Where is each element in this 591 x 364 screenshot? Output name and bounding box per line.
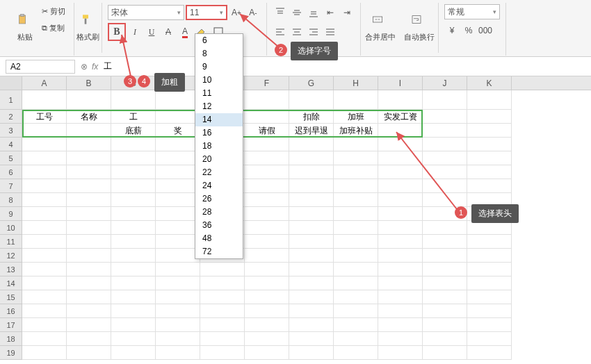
- cell[interactable]: 工: [111, 110, 156, 124]
- cell[interactable]: [245, 221, 289, 235]
- cell[interactable]: [334, 221, 378, 235]
- row-header[interactable]: 10: [0, 221, 22, 235]
- cell[interactable]: [334, 90, 378, 110]
- cell[interactable]: [423, 235, 467, 249]
- increase-font-button[interactable]: A+: [229, 5, 244, 20]
- align-bottom-button[interactable]: [306, 5, 321, 20]
- cell[interactable]: [334, 179, 378, 193]
- cell[interactable]: [378, 124, 423, 138]
- cell[interactable]: [200, 332, 245, 346]
- cell[interactable]: [67, 276, 111, 290]
- select-all-corner[interactable]: [0, 76, 22, 90]
- font-size-option[interactable]: 10: [195, 74, 243, 87]
- row-header[interactable]: 19: [0, 346, 22, 360]
- cell[interactable]: [67, 165, 111, 179]
- cell[interactable]: [245, 151, 289, 165]
- cell[interactable]: [423, 346, 467, 360]
- cell[interactable]: [289, 179, 334, 193]
- cell[interactable]: [378, 346, 423, 360]
- cell[interactable]: [245, 263, 289, 276]
- align-right-button[interactable]: [306, 24, 321, 40]
- cell[interactable]: [245, 346, 289, 360]
- cell[interactable]: [111, 346, 156, 360]
- cell[interactable]: 奖: [156, 124, 200, 138]
- font-size-option[interactable]: 18: [195, 140, 243, 153]
- cell[interactable]: [22, 165, 67, 179]
- font-size-dropdown[interactable]: 6891011121416182022242628364872: [195, 33, 243, 259]
- cell[interactable]: [22, 318, 67, 332]
- cell[interactable]: [67, 221, 111, 235]
- font-size-option[interactable]: 36: [195, 219, 243, 232]
- row-header[interactable]: 6: [0, 165, 22, 179]
- cell[interactable]: [67, 304, 111, 318]
- cell[interactable]: 迟到早退: [289, 124, 334, 138]
- row-header[interactable]: 14: [0, 276, 22, 290]
- cell[interactable]: [200, 263, 245, 276]
- increase-indent-button[interactable]: ⇥: [339, 5, 355, 20]
- cell[interactable]: 名称: [67, 110, 111, 124]
- cell[interactable]: [156, 332, 200, 346]
- cell[interactable]: [423, 290, 467, 304]
- col-header[interactable]: B: [67, 76, 111, 90]
- cell[interactable]: [289, 165, 334, 179]
- cell[interactable]: [67, 263, 111, 276]
- cell[interactable]: [111, 179, 156, 193]
- cell[interactable]: [334, 346, 378, 360]
- cell[interactable]: [378, 332, 423, 346]
- cell[interactable]: [111, 318, 156, 332]
- cell[interactable]: [111, 332, 156, 346]
- cell[interactable]: [467, 90, 512, 110]
- cell[interactable]: [334, 165, 378, 179]
- cell[interactable]: [467, 221, 512, 235]
- cell[interactable]: 请假: [245, 124, 289, 138]
- row-header[interactable]: 13: [0, 263, 22, 276]
- cell[interactable]: [467, 138, 512, 151]
- row-header[interactable]: 15: [0, 290, 22, 304]
- cell[interactable]: [378, 165, 423, 179]
- cell[interactable]: [378, 207, 423, 221]
- cell[interactable]: [67, 235, 111, 249]
- formula-input[interactable]: 工: [104, 60, 585, 72]
- cell[interactable]: [334, 207, 378, 221]
- cell[interactable]: [111, 193, 156, 207]
- cell[interactable]: [245, 332, 289, 346]
- cell[interactable]: [200, 318, 245, 332]
- cell[interactable]: [67, 151, 111, 165]
- fx-icon[interactable]: fx: [92, 62, 98, 72]
- cell[interactable]: [156, 110, 200, 124]
- comma-button[interactable]: 000: [478, 23, 493, 38]
- cell[interactable]: [467, 151, 512, 165]
- row-header[interactable]: 1: [0, 90, 22, 110]
- cell[interactable]: [467, 276, 512, 290]
- cell[interactable]: [22, 290, 67, 304]
- cell[interactable]: 扣除: [289, 110, 334, 124]
- cell[interactable]: [467, 346, 512, 360]
- cell[interactable]: [67, 249, 111, 263]
- cell[interactable]: [22, 151, 67, 165]
- cell[interactable]: [334, 235, 378, 249]
- cell[interactable]: [245, 318, 289, 332]
- cell[interactable]: [378, 193, 423, 207]
- row-header[interactable]: 12: [0, 249, 22, 263]
- cell[interactable]: 加班补贴: [334, 124, 378, 138]
- cell[interactable]: [289, 151, 334, 165]
- cell[interactable]: [289, 138, 334, 151]
- cell[interactable]: [423, 221, 467, 235]
- font-size-option[interactable]: 8: [195, 47, 243, 60]
- cell[interactable]: [22, 332, 67, 346]
- cell[interactable]: [200, 304, 245, 318]
- cell[interactable]: [378, 138, 423, 151]
- cell[interactable]: [289, 263, 334, 276]
- cell[interactable]: [156, 193, 200, 207]
- font-size-option[interactable]: 9: [195, 60, 243, 74]
- cell[interactable]: [200, 290, 245, 304]
- cell[interactable]: [289, 318, 334, 332]
- cell[interactable]: [111, 221, 156, 235]
- cell[interactable]: [111, 151, 156, 165]
- cell[interactable]: [22, 304, 67, 318]
- row-header[interactable]: 16: [0, 304, 22, 318]
- cell[interactable]: [423, 165, 467, 179]
- row-header[interactable]: 17: [0, 318, 22, 332]
- cell[interactable]: 工号: [22, 110, 67, 124]
- cell[interactable]: [467, 318, 512, 332]
